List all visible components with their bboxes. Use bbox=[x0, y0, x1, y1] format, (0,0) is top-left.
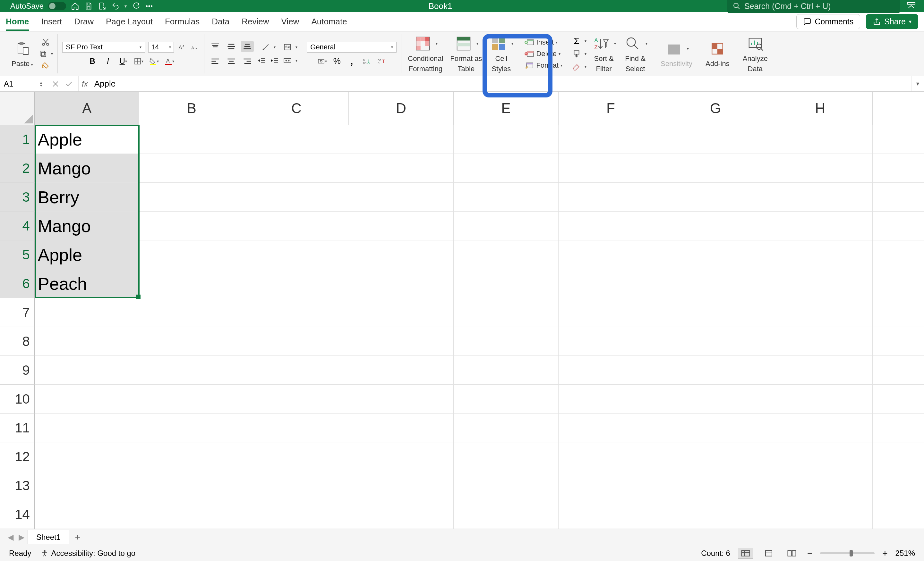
save-icon[interactable] bbox=[84, 2, 93, 11]
col-header-E[interactable]: E bbox=[454, 92, 559, 125]
cell[interactable] bbox=[768, 442, 873, 471]
cell[interactable] bbox=[139, 240, 244, 269]
col-header-C[interactable]: C bbox=[244, 92, 349, 125]
zoom-in-button[interactable]: + bbox=[882, 548, 887, 558]
col-header-H[interactable]: H bbox=[768, 92, 873, 125]
row-header-13[interactable]: 13 bbox=[0, 471, 35, 500]
cell[interactable] bbox=[139, 183, 244, 211]
cell[interactable] bbox=[35, 414, 140, 442]
cell-styles-button[interactable]: ▾ Cell Styles bbox=[487, 33, 515, 74]
bold-icon[interactable]: B bbox=[87, 56, 97, 66]
cell[interactable] bbox=[873, 183, 924, 211]
decrease-font-icon[interactable]: A▾ bbox=[190, 42, 200, 52]
cell[interactable] bbox=[559, 442, 664, 471]
cell[interactable] bbox=[663, 211, 768, 240]
cell[interactable] bbox=[454, 269, 559, 298]
row-header-14[interactable]: 14 bbox=[0, 500, 35, 529]
wrap-caret[interactable]: ▾ bbox=[296, 45, 297, 49]
cell[interactable] bbox=[559, 356, 664, 385]
cell[interactable] bbox=[35, 442, 140, 471]
cell[interactable] bbox=[349, 327, 454, 356]
analyze-data-button[interactable]: Analyze Data bbox=[741, 33, 770, 74]
cell[interactable] bbox=[244, 442, 349, 471]
cell[interactable] bbox=[244, 385, 349, 414]
addins-button[interactable]: Add-ins bbox=[704, 39, 732, 69]
row-header-7[interactable]: 7 bbox=[0, 298, 35, 327]
cell[interactable] bbox=[559, 211, 664, 240]
cell[interactable] bbox=[454, 327, 559, 356]
cell[interactable] bbox=[873, 154, 924, 183]
spreadsheet-grid[interactable]: A B C D E F G H 1Apple2Mango3Berry4Mango… bbox=[0, 92, 924, 529]
cell[interactable] bbox=[244, 183, 349, 211]
cell[interactable] bbox=[873, 125, 924, 154]
view-page-break-icon[interactable] bbox=[784, 548, 800, 559]
cell[interactable] bbox=[349, 269, 454, 298]
cut-icon[interactable] bbox=[41, 37, 50, 47]
cell[interactable]: Apple bbox=[35, 125, 140, 154]
cell[interactable] bbox=[244, 471, 349, 500]
tab-automate[interactable]: Automate bbox=[311, 12, 347, 31]
increase-indent-icon[interactable] bbox=[270, 56, 279, 65]
cell[interactable] bbox=[559, 327, 664, 356]
cell[interactable] bbox=[559, 298, 664, 327]
cell[interactable] bbox=[139, 385, 244, 414]
col-header-G[interactable]: G bbox=[663, 92, 768, 125]
font-name-select[interactable]: SF Pro Text▾ bbox=[62, 42, 145, 53]
cell[interactable] bbox=[768, 125, 873, 154]
select-all-corner[interactable] bbox=[0, 92, 35, 125]
cell[interactable] bbox=[768, 154, 873, 183]
font-color-icon[interactable]: A▾ bbox=[165, 56, 174, 66]
cell[interactable] bbox=[873, 269, 924, 298]
cell[interactable] bbox=[35, 356, 140, 385]
cell[interactable] bbox=[873, 356, 924, 385]
increase-font-icon[interactable]: A▴ bbox=[177, 42, 187, 52]
format-painter-icon[interactable] bbox=[41, 61, 50, 70]
cell[interactable] bbox=[663, 327, 768, 356]
cell[interactable] bbox=[454, 125, 559, 154]
cell[interactable] bbox=[35, 327, 140, 356]
row-header-4[interactable]: 4 bbox=[0, 211, 35, 240]
borders-icon[interactable]: ▾ bbox=[134, 56, 144, 66]
decrease-indent-icon[interactable] bbox=[257, 56, 267, 65]
cell[interactable] bbox=[559, 414, 664, 442]
merge-caret[interactable]: ▾ bbox=[296, 58, 297, 63]
tab-data[interactable]: Data bbox=[212, 12, 229, 31]
cell[interactable] bbox=[139, 327, 244, 356]
cell[interactable] bbox=[768, 414, 873, 442]
orientation-caret[interactable]: ▾ bbox=[274, 45, 276, 49]
cell[interactable] bbox=[663, 154, 768, 183]
tab-insert[interactable]: Insert bbox=[41, 12, 62, 31]
more-icon[interactable] bbox=[145, 2, 153, 11]
cell[interactable] bbox=[768, 356, 873, 385]
row-header-3[interactable]: 3 bbox=[0, 183, 35, 211]
cell[interactable] bbox=[559, 385, 664, 414]
conditional-formatting-button[interactable]: ▾ Conditional Formatting bbox=[406, 33, 445, 74]
cell[interactable] bbox=[663, 125, 768, 154]
search-box[interactable]: Search (Cmd + Ctrl + U) bbox=[727, 0, 900, 13]
cell[interactable] bbox=[349, 385, 454, 414]
cell[interactable] bbox=[244, 356, 349, 385]
cell[interactable] bbox=[768, 298, 873, 327]
cell[interactable]: Berry bbox=[35, 183, 140, 211]
cell[interactable] bbox=[244, 269, 349, 298]
find-select-button[interactable]: ▾ Find & Select bbox=[621, 33, 649, 74]
cell[interactable] bbox=[244, 298, 349, 327]
view-normal-icon[interactable] bbox=[738, 548, 753, 559]
cell[interactable] bbox=[139, 356, 244, 385]
cell[interactable] bbox=[139, 471, 244, 500]
tab-page-layout[interactable]: Page Layout bbox=[106, 12, 153, 31]
cell[interactable] bbox=[349, 240, 454, 269]
cell[interactable] bbox=[244, 211, 349, 240]
zoom-slider[interactable] bbox=[820, 552, 875, 554]
percent-icon[interactable]: % bbox=[332, 56, 342, 66]
sheet-nav-prev[interactable]: ◀ bbox=[6, 533, 15, 542]
cell[interactable] bbox=[768, 269, 873, 298]
expand-formula-bar[interactable]: ▼ bbox=[911, 76, 924, 91]
cell[interactable] bbox=[873, 385, 924, 414]
cell[interactable] bbox=[663, 269, 768, 298]
cell[interactable] bbox=[35, 471, 140, 500]
cell[interactable] bbox=[663, 471, 768, 500]
wrap-text-icon[interactable]: ab bbox=[283, 42, 292, 52]
align-middle-icon[interactable] bbox=[225, 41, 238, 52]
cell[interactable] bbox=[663, 414, 768, 442]
